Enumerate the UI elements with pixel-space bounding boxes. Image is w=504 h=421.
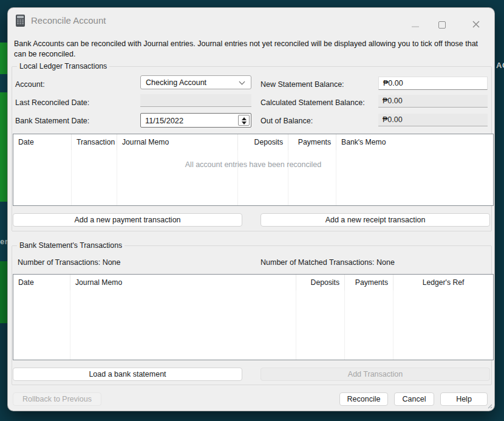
bank-statement-date-value: 11/15/2022	[145, 116, 183, 125]
add-payment-transaction-button[interactable]: Add a new payment transaction	[13, 213, 242, 227]
out-of-balance-label: Out of Balance:	[261, 117, 313, 125]
ledger-transactions-table[interactable]: Date Transaction Journal Memo Deposits P…	[13, 134, 494, 206]
out-of-balance-field: ₱0.00	[378, 114, 488, 126]
account-selected-value: Checking Account	[146, 78, 206, 87]
last-reconciled-date-label: Last Reconciled Date:	[15, 98, 89, 107]
desktop-strip-darkgreen	[0, 261, 7, 323]
add-transaction-button[interactable]: Add Transaction	[261, 368, 490, 381]
column-header-journal-memo[interactable]: Journal Memo	[117, 134, 238, 150]
bank-statement-group-label: Bank Statement's Transactions	[17, 241, 124, 250]
cancel-button[interactable]: Cancel	[394, 392, 434, 406]
local-ledger-group-label: Local Ledger Transactions	[17, 62, 109, 70]
calculator-icon	[16, 15, 25, 27]
date-spinner[interactable]	[238, 115, 250, 126]
titlebar[interactable]: Reconcile Account	[8, 8, 494, 33]
rollback-to-previous-button[interactable]: Rollback to Previous	[13, 392, 101, 406]
close-icon	[472, 20, 480, 29]
window-title: Reconcile Account	[31, 15, 106, 26]
column-header-payments[interactable]: Payments	[288, 134, 336, 150]
column-header-ledgers-ref[interactable]: Ledger's Ref	[393, 275, 493, 290]
desktop-text-fragment-right: AC	[496, 61, 504, 70]
desktop-strip-teal-2	[0, 202, 7, 261]
statement-table-header: Date Journal Memo Deposits Payments Ledg…	[13, 275, 493, 290]
column-header-journal-memo[interactable]: Journal Memo	[70, 275, 296, 290]
column-header-date[interactable]: Date	[13, 134, 72, 150]
column-header-deposits[interactable]: Deposits	[296, 275, 345, 290]
desktop: { "window": { "title": "Reconcile Accoun…	[0, 0, 504, 421]
close-button[interactable]	[465, 16, 489, 32]
new-statement-balance-input[interactable]: ₱0.00	[378, 77, 488, 90]
maximize-button[interactable]	[432, 16, 454, 32]
reconcile-button[interactable]: Reconcile	[339, 392, 388, 406]
bank-statement-table[interactable]: Date Journal Memo Deposits Payments Ledg…	[13, 274, 494, 360]
minimize-button[interactable]	[406, 16, 427, 32]
add-receipt-transaction-button[interactable]: Add a new receipt transaction	[261, 213, 490, 227]
bank-statement-date-label: Bank Statement Date:	[15, 117, 89, 125]
account-select[interactable]: Checking Account	[140, 75, 251, 89]
reconcile-account-dialog: Reconcile Account Bank Accounts can be r…	[7, 7, 495, 411]
statement-table-body	[13, 290, 493, 360]
desktop-strip-teal-1	[0, 74, 7, 92]
column-header-deposits[interactable]: Deposits	[238, 134, 288, 150]
column-header-banks-memo[interactable]: Bank's Memo	[336, 134, 493, 150]
new-statement-balance-label: New Statement Balance:	[261, 80, 344, 89]
ledger-table-body	[13, 150, 493, 205]
minimize-icon	[412, 26, 419, 27]
load-bank-statement-button[interactable]: Load a bank statement	[13, 368, 242, 381]
resize-grip[interactable]	[486, 403, 492, 409]
bank-statement-date-input[interactable]: 11/15/2022	[140, 113, 251, 128]
account-label: Account:	[15, 80, 45, 89]
spin-up-icon[interactable]	[242, 117, 247, 120]
desktop-strip-green-2	[0, 92, 7, 202]
new-statement-balance-value: ₱0.00	[383, 79, 403, 87]
column-header-date[interactable]: Date	[13, 275, 70, 290]
dialog-description: Bank Accounts can be reconciled with Jou…	[14, 39, 491, 60]
last-reconciled-date-field	[140, 94, 251, 107]
maximize-icon	[438, 21, 446, 29]
matched-transactions-count: Number of Matched Transactions: None	[261, 258, 395, 267]
chevron-down-icon	[239, 79, 245, 85]
ledger-table-header: Date Transaction Journal Memo Deposits P…	[13, 134, 493, 150]
column-header-payments[interactable]: Payments	[345, 275, 393, 290]
calculated-statement-balance-label: Calculated Statement Balance:	[261, 98, 365, 107]
spin-down-icon[interactable]	[242, 122, 247, 125]
help-button[interactable]: Help	[440, 392, 488, 406]
out-of-balance-value: ₱0.00	[383, 115, 403, 124]
ledger-empty-message: All account entries have been reconciled	[13, 160, 493, 169]
column-header-transaction[interactable]: Transaction	[72, 134, 117, 150]
calculated-statement-balance-field: ₱0.00	[378, 95, 488, 108]
transactions-count: Number of Transactions: None	[18, 258, 121, 267]
calculated-statement-balance-value: ₱0.00	[383, 97, 403, 105]
desktop-strip-green-1	[0, 43, 7, 74]
